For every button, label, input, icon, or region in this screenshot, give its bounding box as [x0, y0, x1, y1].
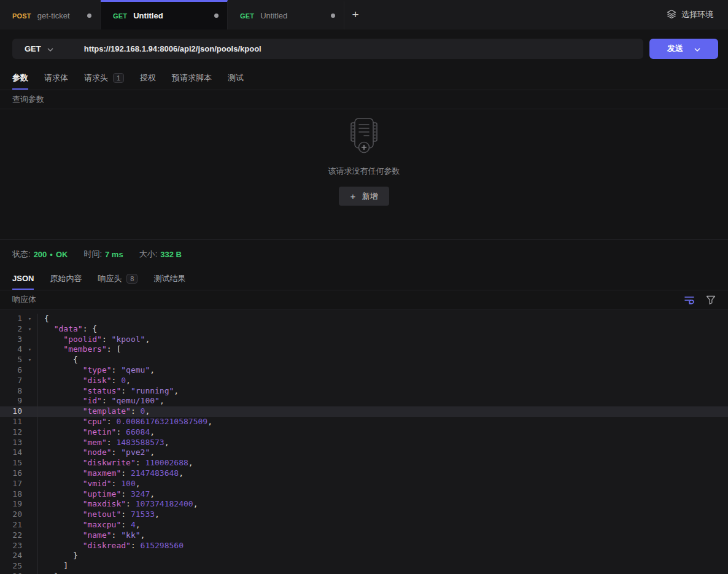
line-number: 6	[0, 365, 22, 376]
line-number: 13	[0, 438, 22, 448]
code-line[interactable]: 26 }	[0, 572, 728, 574]
tab-auth[interactable]: 授权	[140, 68, 156, 90]
code-line[interactable]: 13 "mem": 1483588573,	[0, 438, 728, 448]
unsaved-dot	[214, 14, 219, 18]
fold-arrow-icon[interactable]: ▾	[22, 324, 37, 335]
code-text: "node": "pve2",	[38, 448, 155, 458]
code-line[interactable]: 6 "type": "qemu",	[0, 365, 728, 376]
request-tab-get-ticket[interactable]: POST get-ticket	[0, 0, 101, 29]
code-text: {	[38, 314, 49, 324]
line-number: 3	[0, 335, 22, 345]
response-section-tabs: JSON 原始内容 响应头 8 测试结果	[0, 268, 728, 290]
code-line[interactable]: 10 "template": 0,	[0, 406, 728, 417]
code-line[interactable]: 14 "node": "pve2",	[0, 448, 728, 458]
word-wrap-toggle[interactable]	[684, 295, 695, 304]
tab-request-headers[interactable]: 请求头 1	[84, 68, 124, 90]
code-line[interactable]: 4▾ "members": [	[0, 344, 728, 355]
code-line[interactable]: 22 "name": "kk",	[0, 530, 728, 541]
query-params-title: 查询参数	[12, 94, 44, 105]
new-tab-button[interactable]: +	[344, 0, 366, 29]
fold-arrow-empty	[22, 499, 37, 510]
method-badge-get: GET	[113, 12, 127, 20]
code-line[interactable]: 12 "netin": 66084,	[0, 427, 728, 438]
tab-tests-label: 测试	[228, 72, 244, 83]
add-param-button[interactable]: + 新增	[339, 187, 390, 206]
tab-pre-request-script[interactable]: 预请求脚本	[172, 68, 212, 90]
request-tab-title: Untitled	[133, 11, 163, 20]
code-line[interactable]: 25 ]	[0, 561, 728, 572]
code-text: "netout": 71533,	[38, 510, 160, 520]
gutter: 18	[0, 489, 38, 500]
code-line[interactable]: 24 }	[0, 551, 728, 561]
status-bullet: •	[50, 250, 53, 259]
fold-arrow-icon[interactable]: ▾	[22, 344, 37, 355]
code-line[interactable]: 2▾ "data": {	[0, 324, 728, 335]
line-number: 14	[0, 448, 22, 458]
code-text: "diskread": 615298560	[38, 541, 184, 551]
request-tab-untitled[interactable]: GET Untitled	[228, 0, 344, 29]
line-number: 11	[0, 417, 22, 427]
code-text: }	[38, 551, 78, 561]
fold-arrow-empty	[22, 479, 37, 489]
url-input[interactable]	[71, 44, 643, 53]
gutter: 6	[0, 365, 38, 376]
tab-tests[interactable]: 测试	[228, 68, 244, 90]
response-status: 状态: 200 • OK	[12, 249, 68, 260]
code-line[interactable]: 23 "diskread": 615298560	[0, 541, 728, 551]
size-label: 大小:	[139, 249, 158, 260]
tab-raw-content[interactable]: 原始内容	[50, 268, 82, 290]
gutter: 20	[0, 510, 38, 520]
tab-params-label: 参数	[12, 72, 28, 83]
code-line[interactable]: 19 "maxdisk": 107374182400,	[0, 499, 728, 510]
code-line[interactable]: 16 "maxmem": 2147483648,	[0, 468, 728, 479]
code-text: "maxmem": 2147483648,	[38, 468, 184, 479]
json-response-viewer[interactable]: 1▾{2▾ "data": {3 "poolid": "kpool",4▾ "m…	[0, 309, 728, 574]
status-code: 200	[34, 250, 47, 259]
code-line[interactable]: 5▾ {	[0, 355, 728, 365]
environment-selector[interactable]: 选择环境	[652, 0, 728, 29]
line-number: 8	[0, 386, 22, 397]
code-text: {	[38, 355, 78, 365]
code-line[interactable]: 7 "disk": 0,	[0, 376, 728, 386]
fold-arrow-icon[interactable]: ▾	[22, 355, 37, 365]
gutter: 24	[0, 551, 38, 561]
tab-auth-label: 授权	[140, 72, 156, 83]
gutter: 2▾	[0, 324, 38, 335]
gutter: 5▾	[0, 355, 38, 365]
tab-test-results[interactable]: 测试结果	[153, 268, 185, 290]
gutter: 19	[0, 499, 38, 510]
fold-arrow-empty	[22, 530, 37, 541]
code-line[interactable]: 18 "uptime": 3247,	[0, 489, 728, 500]
code-line[interactable]: 21 "maxcpu": 4,	[0, 520, 728, 530]
line-number: 26	[0, 572, 22, 574]
send-button[interactable]: 发送	[649, 39, 718, 59]
request-tab-untitled-active[interactable]: GET Untitled	[101, 0, 228, 29]
code-line[interactable]: 17 "vmid": 100,	[0, 479, 728, 489]
send-button-label: 发送	[667, 43, 683, 54]
code-line[interactable]: 3 "poolid": "kpool",	[0, 335, 728, 345]
code-line[interactable]: 11 "cpu": 0.00861763210587509,	[0, 417, 728, 427]
tab-response-headers[interactable]: 响应头 8	[98, 268, 137, 290]
request-tab-bar: POST get-ticket GET Untitled GET Untitle…	[0, 0, 728, 29]
code-line[interactable]: 9 "id": "qemu/100",	[0, 396, 728, 406]
code-line[interactable]: 20 "netout": 71533,	[0, 510, 728, 520]
line-number: 21	[0, 520, 22, 530]
filter-button[interactable]	[706, 295, 716, 304]
fold-arrow-icon[interactable]: ▾	[22, 314, 37, 324]
fold-arrow-empty	[22, 551, 37, 561]
line-number: 12	[0, 427, 22, 438]
code-line[interactable]: 1▾{	[0, 314, 728, 324]
tab-params[interactable]: 参数	[12, 68, 28, 90]
tab-body[interactable]: 请求体	[44, 68, 68, 90]
code-line[interactable]: 8 "status": "running",	[0, 386, 728, 397]
tab-json[interactable]: JSON	[12, 268, 34, 290]
code-line[interactable]: 15 "diskwrite": 110002688,	[0, 458, 728, 468]
method-select[interactable]: GET	[12, 43, 71, 54]
code-text: ]	[38, 561, 68, 572]
response-time: 时间: 7 ms	[83, 249, 123, 260]
code-text: "name": "kk",	[38, 530, 145, 541]
gutter: 25	[0, 561, 38, 572]
chevron-down-icon	[47, 43, 53, 54]
chevron-down-icon	[694, 44, 700, 53]
response-status-bar: 状态: 200 • OK 时间: 7 ms 大小: 332 B	[0, 239, 728, 268]
